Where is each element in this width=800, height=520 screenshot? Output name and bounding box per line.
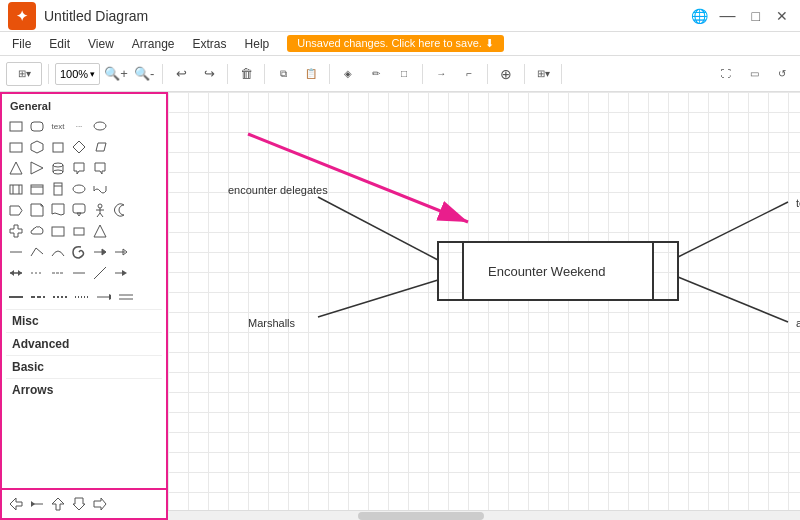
- shape-hexagon[interactable]: [27, 137, 47, 157]
- menu-file[interactable]: File: [4, 35, 39, 53]
- arrow-right-fat[interactable]: [90, 494, 110, 514]
- shape-proc1[interactable]: [6, 179, 26, 199]
- shape-proc2[interactable]: [27, 179, 47, 199]
- shape-text[interactable]: text: [48, 116, 68, 136]
- shape-proc3[interactable]: [48, 179, 68, 199]
- arrow-up[interactable]: [48, 494, 68, 514]
- shape-cross[interactable]: [6, 221, 26, 241]
- horizontal-scrollbar[interactable]: [168, 510, 800, 520]
- menu-edit[interactable]: Edit: [41, 35, 78, 53]
- menu-help[interactable]: Help: [237, 35, 278, 53]
- shape-triangle[interactable]: [6, 158, 26, 178]
- shape-dots[interactable]: ···: [69, 116, 89, 136]
- fullscreen-btn[interactable]: ⛶: [714, 62, 738, 86]
- shape-arrow1[interactable]: [90, 242, 110, 262]
- shape-cloud[interactable]: [27, 221, 47, 241]
- line-btn[interactable]: ✏: [364, 62, 388, 86]
- zoom-out-btn[interactable]: 🔍-: [132, 62, 156, 86]
- titlebar: ✦ Untitled Diagram 🌐 — □ ✕: [0, 0, 800, 32]
- connector-btn[interactable]: →: [429, 62, 453, 86]
- shape-callout-right[interactable]: [90, 158, 110, 178]
- shape-btn[interactable]: □: [392, 62, 416, 86]
- window-controls: 🌐 — □ ✕: [691, 7, 792, 25]
- canvas-area[interactable]: encounter delegates Marshalls Encounter …: [168, 92, 800, 520]
- table-btn[interactable]: ⊞▾: [531, 62, 555, 86]
- menu-arrange[interactable]: Arrange: [124, 35, 183, 53]
- shape-diamond[interactable]: [69, 137, 89, 157]
- shape-callout-left[interactable]: [69, 158, 89, 178]
- line-dash2[interactable]: [50, 287, 70, 307]
- svg-point-23: [73, 185, 85, 193]
- arrow-left2[interactable]: [27, 494, 47, 514]
- shape-dbl-arrow[interactable]: [6, 263, 26, 283]
- delete-btn[interactable]: 🗑: [234, 62, 258, 86]
- waypoint-btn[interactable]: ⌐: [457, 62, 481, 86]
- shape-spiral[interactable]: [69, 242, 89, 262]
- shape-callout2[interactable]: [69, 200, 89, 220]
- arrows-category[interactable]: Arrows: [6, 378, 162, 401]
- shape-line2[interactable]: [27, 242, 47, 262]
- misc-category[interactable]: Misc: [6, 309, 162, 332]
- svg-rect-16: [10, 185, 22, 194]
- panel-toggle-btn[interactable]: ▭: [742, 62, 766, 86]
- shape-arrow2[interactable]: [111, 242, 131, 262]
- reset-btn[interactable]: ↺: [770, 62, 794, 86]
- arrow-dbl-down[interactable]: [69, 494, 89, 514]
- redo-btn[interactable]: ↪: [197, 62, 221, 86]
- shape-curve[interactable]: [48, 242, 68, 262]
- svg-marker-69: [73, 498, 85, 510]
- shape-bracket-rect[interactable]: [48, 137, 68, 157]
- arrow-left[interactable]: [6, 494, 26, 514]
- menu-extras[interactable]: Extras: [185, 35, 235, 53]
- shape-empty7: [111, 179, 131, 199]
- shape-arrow3[interactable]: [111, 263, 131, 283]
- shape-step[interactable]: [6, 200, 26, 220]
- shape-rect4[interactable]: [69, 221, 89, 241]
- zoom-control[interactable]: 100% ▾: [55, 63, 100, 85]
- scrollbar-thumb[interactable]: [358, 512, 484, 520]
- save-notice[interactable]: Unsaved changes. Click here to save. ⬇: [287, 35, 504, 52]
- paste-btn[interactable]: 📋: [299, 62, 323, 86]
- shape-crescent[interactable]: [111, 200, 131, 220]
- shape-parallelogram[interactable]: [90, 137, 110, 157]
- shape-wave[interactable]: [90, 179, 110, 199]
- shape-rect[interactable]: [6, 116, 26, 136]
- separator-7: [487, 64, 488, 84]
- shape-oval[interactable]: [69, 179, 89, 199]
- line-solid[interactable]: [6, 287, 26, 307]
- copy-btn[interactable]: ⧉: [271, 62, 295, 86]
- globe-icon[interactable]: 🌐: [691, 8, 708, 24]
- line-arrow[interactable]: [94, 287, 114, 307]
- shape-triangle2[interactable]: [90, 221, 110, 241]
- shape-doc[interactable]: [48, 200, 68, 220]
- shape-note[interactable]: [27, 200, 47, 220]
- shape-line3[interactable]: [69, 263, 89, 283]
- advanced-category[interactable]: Advanced: [6, 332, 162, 355]
- shape-cylinder[interactable]: [48, 158, 68, 178]
- line-dot[interactable]: [72, 287, 92, 307]
- undo-btn[interactable]: ↩: [169, 62, 193, 86]
- minimize-btn[interactable]: —: [716, 7, 740, 25]
- shape-dash2[interactable]: [48, 263, 68, 283]
- menu-view[interactable]: View: [80, 35, 122, 53]
- shape-empty12: [132, 242, 152, 262]
- shape-rect3[interactable]: [48, 221, 68, 241]
- zoom-in-btn[interactable]: 🔍+: [104, 62, 128, 86]
- shape-line1[interactable]: [6, 242, 26, 262]
- shape-rect2[interactable]: [6, 137, 26, 157]
- shape-diag-line[interactable]: [90, 263, 110, 283]
- basic-category[interactable]: Basic: [6, 355, 162, 378]
- insert-btn[interactable]: ⊕: [494, 62, 518, 86]
- format-btn[interactable]: ⊞▾: [6, 62, 42, 86]
- close-btn[interactable]: ✕: [772, 8, 792, 24]
- svg-line-72: [318, 280, 438, 317]
- shape-person[interactable]: [90, 200, 110, 220]
- fill-btn[interactable]: ◈: [336, 62, 360, 86]
- line-dash1[interactable]: [28, 287, 48, 307]
- shape-right-tri[interactable]: [27, 158, 47, 178]
- shape-dash-line[interactable]: [27, 263, 47, 283]
- line-dbl[interactable]: [116, 287, 136, 307]
- shape-ellipse[interactable]: [90, 116, 110, 136]
- shape-round-rect[interactable]: [27, 116, 47, 136]
- maximize-btn[interactable]: □: [748, 8, 764, 24]
